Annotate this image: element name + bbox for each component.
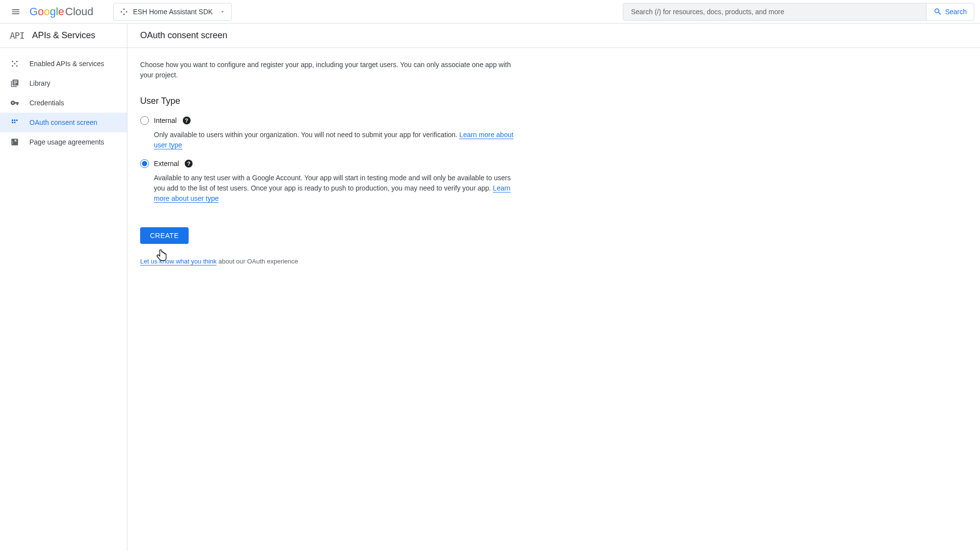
feedback-link[interactable]: Let us know what you think [140, 258, 217, 265]
logo-cloud-text: Cloud [65, 5, 93, 18]
logo-google-text: Google [29, 5, 64, 18]
svg-point-8 [16, 65, 18, 67]
main-header: OAuth consent screen [127, 24, 980, 48]
project-selector[interactable]: ESH Home Assistant SDK [113, 3, 232, 21]
sidebar-title: APIs & Services [32, 30, 96, 41]
enabled-apis-icon [10, 59, 20, 69]
main-content: OAuth consent screen Choose how you want… [127, 24, 980, 551]
sidebar-item-label: Page usage agreements [29, 138, 104, 146]
search-button-label: Search [945, 8, 967, 16]
user-type-heading: User Type [140, 96, 521, 106]
search-icon [933, 7, 942, 16]
page-title: OAuth consent screen [140, 30, 227, 41]
radio-external-label: External [154, 160, 179, 168]
help-icon[interactable]: ? [183, 117, 191, 124]
project-name-label: ESH Home Assistant SDK [133, 8, 213, 16]
search-input[interactable] [623, 3, 927, 21]
hamburger-menu-button[interactable] [6, 2, 25, 22]
create-button[interactable]: CREATE [140, 227, 189, 244]
svg-point-2 [123, 13, 124, 15]
radio-option-internal: Internal ? Only available to users withi… [140, 116, 521, 150]
project-icon [120, 7, 128, 16]
svg-point-6 [16, 61, 18, 62]
svg-point-3 [125, 11, 127, 12]
svg-point-7 [12, 65, 13, 67]
svg-point-5 [12, 61, 13, 62]
credentials-icon [10, 98, 20, 108]
sidebar-item-label: OAuth consent screen [29, 119, 98, 126]
sidebar-header: API APIs & Services [0, 24, 127, 48]
search-button[interactable]: Search [927, 3, 974, 21]
sidebar-item-label: Credentials [29, 99, 64, 107]
radio-option-external: External ? Available to any test user wi… [140, 159, 521, 204]
sidebar-item-oauth-consent[interactable]: OAuth consent screen [0, 113, 127, 132]
sidebar-item-enabled-apis[interactable]: Enabled APIs & services [0, 54, 127, 73]
svg-point-4 [14, 63, 16, 65]
page-usage-icon [10, 137, 20, 147]
oauth-consent-icon [10, 118, 20, 127]
chevron-down-icon [220, 9, 225, 15]
sidebar-item-library[interactable]: Library [0, 73, 127, 93]
sidebar-item-label: Library [29, 79, 50, 87]
library-icon [10, 78, 20, 88]
search-container: Search [623, 3, 974, 21]
sidebar-item-label: Enabled APIs & services [29, 60, 104, 68]
radio-internal[interactable] [140, 116, 149, 125]
sidebar-item-page-usage[interactable]: Page usage agreements [0, 132, 127, 152]
top-header: Google Cloud ESH Home Assistant SDK Sear… [0, 0, 980, 24]
sidebar: API APIs & Services Enabled APIs & servi… [0, 24, 127, 551]
internal-description: Only available to users within your orga… [154, 130, 521, 150]
radio-internal-label: Internal [154, 117, 177, 124]
api-logo-icon: API [10, 30, 24, 41]
google-cloud-logo[interactable]: Google Cloud [29, 5, 94, 18]
menu-icon [11, 7, 21, 17]
radio-external[interactable] [140, 159, 149, 168]
help-icon[interactable]: ? [185, 160, 193, 168]
feedback-text: Let us know what you think about our OAu… [140, 258, 521, 265]
sidebar-item-credentials[interactable]: Credentials [0, 93, 127, 113]
external-description: Available to any test user with a Google… [154, 173, 521, 204]
svg-point-1 [123, 8, 124, 10]
intro-text: Choose how you want to configure and reg… [140, 60, 521, 80]
svg-point-0 [121, 11, 122, 12]
